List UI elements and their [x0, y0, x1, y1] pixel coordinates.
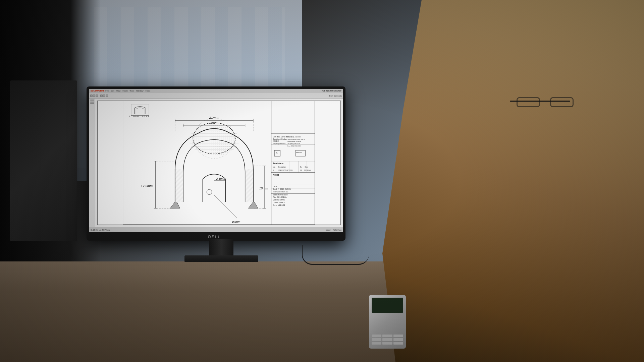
svg-text:17.5mm: 17.5mm	[141, 184, 153, 188]
sw-filename-title: AMB-412-1MHNE532408*	[322, 90, 341, 92]
svg-text:2.5mm: 2.5mm	[216, 177, 225, 180]
svg-text:Die #:: Die #:	[273, 185, 277, 187]
svg-text:Fax: (450) 434-5900: Fax: (450) 434-5900	[287, 136, 301, 138]
phone-key-4	[372, 338, 381, 341]
phone-key-3	[393, 335, 403, 337]
monitor-stand-neck	[209, 239, 233, 257]
svg-text:Colour: BLACK: Colour: BLACK	[273, 201, 285, 203]
drawing-area: 21mm 19mm 17.5mm	[89, 99, 343, 227]
drawing-paper: 21mm 19mm 17.5mm	[97, 101, 341, 225]
cad-drawing-svg: 21mm 19mm 17.5mm	[98, 101, 340, 225]
sw-menu-tools[interactable]: Tools	[129, 90, 134, 92]
phone-screen	[372, 298, 403, 313]
glasses-left-lens	[517, 97, 540, 107]
svg-text:h: h	[276, 152, 277, 155]
sw-titlebar: SOLIDWORKS File Edit View Insert Tools W…	[89, 89, 343, 93]
sidebar-icon-2	[90, 102, 94, 103]
svg-text:Approved: Approved	[296, 152, 302, 153]
svg-text:Stock #: EC28-212-CM: Stock #: EC28-212-CM	[273, 188, 291, 190]
svg-text:Scale: Not to scale: Scale: Not to scale	[273, 194, 287, 196]
toolbar-btn-undo[interactable]	[103, 95, 105, 97]
glasses-right-lens	[550, 97, 574, 107]
drawing-canvas[interactable]: 21mm 19mm 17.5mm	[95, 99, 343, 227]
sw-menu-edit[interactable]: Edit	[111, 90, 114, 92]
svg-text:0: 0	[273, 170, 274, 171]
sidebar-icon-1	[90, 100, 94, 101]
secondary-monitor	[10, 80, 77, 241]
svg-text:Material: EPDM: Material: EPDM	[273, 199, 285, 201]
person-silhouette	[382, 0, 644, 362]
monitor-screen[interactable]: SOLIDWORKS File Edit View Insert Tools W…	[89, 89, 343, 232]
statusbar-filepath: SL-28-212-LM_REV0.dwg	[91, 229, 110, 231]
sw-menu-view[interactable]: View	[116, 90, 120, 92]
desk-surface	[0, 261, 402, 362]
sw-menu-file[interactable]: File	[105, 90, 109, 92]
toolbar-btn-redo[interactable]	[106, 95, 108, 97]
phone-key-6	[393, 338, 403, 341]
svg-text:18mm: 18mm	[259, 186, 268, 190]
phone-key-5	[382, 338, 392, 341]
svg-text:Duro: MEDIUM: Duro: MEDIUM	[273, 204, 285, 206]
toolbar-btn-print[interactable]	[100, 95, 103, 97]
sw-menu-insert[interactable]: Insert	[122, 90, 127, 92]
phone-key-7	[372, 342, 381, 345]
phone-key-8	[382, 342, 392, 345]
phone-key-1	[372, 335, 381, 337]
cable-1	[302, 245, 369, 265]
statusbar-model[interactable]: Model	[326, 229, 331, 231]
svg-text:Notes: Notes	[273, 174, 279, 176]
svg-text:07/28/A5: 07/28/A5	[304, 170, 311, 171]
svg-text:J7H 1N8: J7H 1N8	[273, 140, 279, 142]
cisco-phone	[369, 295, 409, 355]
sw-statusbar: SL-28-212-LM_REV0.dwg Model AW1 | (cm)	[89, 227, 343, 232]
sw-menu-help[interactable]: Help	[146, 90, 150, 92]
svg-text:21mm: 21mm	[209, 116, 218, 119]
phone-keypad	[372, 335, 403, 345]
svg-text:Revisions: Revisions	[273, 162, 283, 165]
monitor-stand-base	[184, 255, 258, 262]
toolbar-draw-comments: Draw Comments	[329, 95, 342, 97]
svg-text:Tel: (905) 699-1108: Tel: (905) 699-1108	[287, 143, 300, 144]
svg-text:Description: Description	[278, 166, 286, 168]
svg-rect-5	[175, 169, 183, 202]
svg-text:1111 Gordon Street Unit #3: 1111 Gordon Street Unit #3	[287, 138, 306, 140]
svg-text:PS: PS	[300, 170, 302, 171]
svg-point-49	[207, 189, 212, 195]
svg-text:Woodbridge, Ontario: Woodbridge, Ontario	[287, 140, 301, 142]
svg-text:FOR PRODUCTION: FOR PRODUCTION	[278, 170, 293, 171]
phone-body	[369, 295, 406, 349]
toolbar-divider-1	[99, 94, 99, 98]
phone-key-2	[382, 335, 392, 337]
phone-key-9	[393, 342, 403, 345]
toolbar-btn-open[interactable]	[93, 95, 95, 97]
svg-text:Boisbriand, Quebec: Boisbriand, Quebec	[273, 138, 287, 140]
svg-text:Tolerance: RMA-E3: Tolerance: RMA-E3	[273, 191, 288, 193]
sw-toolbar: Draw Comments	[89, 93, 343, 99]
feature-tree-sidebar[interactable]	[89, 99, 95, 227]
sw-menu-window[interactable]: Window	[136, 90, 143, 92]
svg-text:ø3mm: ø3mm	[232, 220, 240, 224]
svg-text:By: By	[300, 166, 302, 168]
toolbar-btn-save[interactable]	[96, 95, 98, 97]
sw-logo: SOLIDWORKS	[91, 90, 104, 92]
svg-text:Tel: (450) 434-2744: Tel: (450) 434-2744	[273, 143, 285, 144]
svg-rect-6	[245, 169, 253, 202]
svg-text:Fax: (905) 851-1109: Fax: (905) 851-1109	[287, 145, 301, 147]
scene: SOLIDWORKS File Edit View Insert Tools W…	[0, 0, 644, 362]
svg-text:Title: BULB SEAL: Title: BULB SEAL	[273, 196, 287, 198]
svg-text:19mm: 19mm	[209, 121, 217, 124]
sidebar-icon-3	[90, 103, 94, 104]
statusbar-sheet[interactable]: AW1 | (cm)	[333, 229, 341, 231]
toolbar-btn-new[interactable]	[90, 95, 93, 97]
svg-rect-51	[131, 104, 149, 116]
svg-text:No.: No.	[273, 166, 275, 168]
svg-text:Date: Date	[305, 166, 308, 168]
